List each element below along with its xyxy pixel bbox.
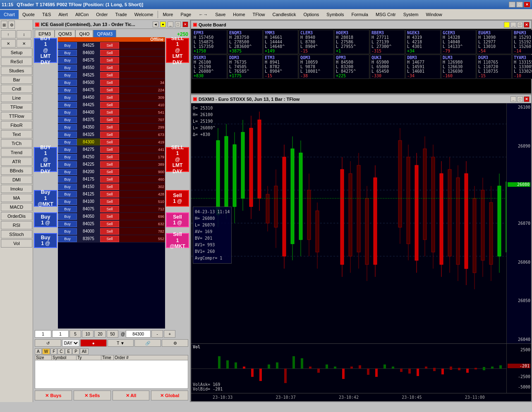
menu-system[interactable]: System: [400, 10, 422, 19]
ladder-buy-btn[interactable]: Buy: [58, 117, 77, 123]
maximize-button[interactable]: □: [516, 2, 523, 7]
record-button[interactable]: ●: [80, 339, 107, 347]
ladder-sell-btn[interactable]: Sell: [100, 236, 119, 242]
ladder-buy-btn[interactable]: Buy: [58, 139, 77, 145]
ladder-sell-btn[interactable]: Sell: [100, 183, 119, 190]
menu-symbols[interactable]: Symbols: [323, 10, 347, 19]
chart-close-button[interactable]: ✕: [524, 96, 530, 102]
icon-x2[interactable]: ✕: [17, 39, 31, 48]
ladder-sell-btn[interactable]: Sell: [100, 94, 119, 101]
btn-trend[interactable]: Trend: [1, 148, 32, 157]
chart-min-button[interactable]: _: [510, 96, 516, 102]
ladder-sell-btn[interactable]: Sell: [100, 191, 119, 198]
order-tab-epm3[interactable]: EPM3: [35, 30, 55, 37]
order-period-select[interactable]: DAY: [62, 339, 79, 347]
ladder-buy-btn[interactable]: Buy: [58, 198, 77, 205]
btn-imoku[interactable]: Imoku: [1, 185, 32, 193]
qb-max-button[interactable]: □: [517, 22, 523, 28]
btn-atr[interactable]: ATR: [1, 157, 32, 166]
sell-lmt-day-2[interactable]: SELL 1 @ LMT DAY: [166, 147, 189, 172]
btn-cndl[interactable]: Cndl: [1, 85, 32, 93]
menu-home[interactable]: Home: [229, 10, 249, 19]
ladder-buy-btn[interactable]: Buy: [58, 221, 77, 227]
btn-orderdis[interactable]: OrderDis: [1, 212, 32, 220]
ladder-buy-btn[interactable]: Buy: [58, 57, 77, 64]
menu-more[interactable]: More: [159, 10, 177, 19]
ladder-buy-btn[interactable]: Buy: [58, 176, 77, 183]
ladder-sell-btn[interactable]: Sell: [100, 79, 119, 86]
cancel-buys-button[interactable]: ✕ Buys: [35, 391, 72, 400]
order-dot-button[interactable]: ●: [160, 21, 166, 27]
quote-cell[interactable]: EU6M3 H 13090 L 12977 L 13010 -54: [477, 30, 512, 54]
order-tab-e[interactable]: E: [65, 348, 72, 355]
ladder-sell-btn[interactable]: Sell: [100, 42, 119, 49]
buy-at-1[interactable]: Buy 1 @: [34, 212, 57, 227]
btn-bbnds[interactable]: BBnds: [1, 167, 32, 175]
btn-vol[interactable]: Vol: [1, 239, 32, 248]
quote-cell[interactable]: DDM3 H 76735 L 74505 L 76585^ +1775: [228, 55, 263, 79]
menu-formula[interactable]: Formula: [348, 10, 372, 19]
ladder-buy-btn[interactable]: Buy: [58, 131, 77, 138]
qty-btn-5[interactable]: 5: [69, 330, 81, 338]
chart-max-button[interactable]: □: [517, 96, 523, 102]
t-select[interactable]: T ▼: [108, 339, 134, 347]
price-input[interactable]: 84300: [126, 330, 151, 338]
ladder-sell-btn[interactable]: Sell: [100, 154, 119, 160]
ladder-sell-btn[interactable]: Sell: [100, 176, 119, 183]
quote-cell[interactable]: QOM3 H 10059 L 9878 L 10001^ -38: [299, 55, 334, 79]
order-pin-button[interactable]: ◄: [153, 21, 158, 27]
icon-screen[interactable]: ⊞: [1, 21, 7, 29]
price-down-button[interactable]: -: [151, 330, 163, 338]
cancel-sells-button[interactable]: ✕ Sells: [74, 391, 111, 400]
menu-window[interactable]: Window: [422, 10, 446, 19]
config-button[interactable]: ⚙: [162, 339, 188, 347]
ladder-sell-btn[interactable]: Sell: [100, 117, 119, 123]
ladder-buy-btn[interactable]: Buy: [58, 72, 77, 79]
qty-btn-10[interactable]: 10: [82, 330, 93, 338]
qty-input-2[interactable]: [52, 330, 69, 338]
menu-trade[interactable]: Trade: [111, 10, 130, 19]
buy-mkt-1[interactable]: Buy 1 @MKT: [34, 190, 57, 207]
quote-cell[interactable]: EPM3 H 157450 L 154875 L 157350 +1750: [192, 30, 227, 54]
ladder-buy-btn[interactable]: Buy: [58, 183, 77, 190]
icon-arrow-up[interactable]: ↑: [1, 30, 16, 38]
btn-studies[interactable]: Studies: [1, 67, 32, 75]
ladder-sell-btn[interactable]: Sell: [100, 50, 119, 56]
price-up-button[interactable]: +: [164, 330, 175, 338]
menu-allcon[interactable]: AllCon: [72, 10, 92, 19]
ladder-buy-btn[interactable]: Buy: [58, 102, 77, 108]
link-button[interactable]: 🔗: [134, 339, 161, 347]
icon-x1[interactable]: ✕: [1, 39, 16, 48]
quote-cell[interactable]: DBM3 H 14677 L 14591 L 14601 -34: [405, 55, 441, 79]
order-tab-c[interactable]: C: [58, 348, 65, 355]
menu-pagearrows[interactable]: ←→: [195, 10, 211, 19]
ladder-buy-btn[interactable]: Buy: [58, 146, 77, 153]
ladder-sell-btn[interactable]: Sell: [100, 213, 119, 220]
qty-btn-20[interactable]: 20: [94, 330, 106, 338]
cancel-all-button[interactable]: ✕ All: [113, 391, 150, 400]
menu-ts[interactable]: T&S: [38, 10, 55, 19]
order-tab-qho[interactable]: QHO: [75, 30, 93, 37]
ladder-buy-btn[interactable]: Buy: [58, 228, 77, 235]
qb-min-button[interactable]: _: [510, 22, 516, 28]
menu-welcome[interactable]: Welcome: [131, 10, 157, 19]
menu-candlestick[interactable]: Candlestick: [269, 10, 300, 19]
ladder-sell-btn[interactable]: Sell: [100, 64, 119, 71]
quote-cell[interactable]: BP6M3 H 15293 L 15192 L 15260 -14: [512, 30, 532, 54]
order-tab-f[interactable]: F: [50, 348, 57, 355]
menu-page[interactable]: Page: [177, 10, 195, 19]
icon-arrows-lr[interactable]: ↕: [17, 30, 31, 38]
menu-order[interactable]: Order: [92, 10, 111, 19]
ladder-sell-btn[interactable]: Sell: [100, 221, 119, 227]
quote-cell[interactable]: ENQM3 H 283750 L 278500 L 283600^ +3875: [228, 30, 263, 54]
ladder-buy-btn[interactable]: Buy: [58, 213, 77, 220]
btn-rsi[interactable]: RSI: [1, 221, 32, 229]
menu-msgcntr[interactable]: MSG Cntr: [372, 10, 400, 19]
order-tab-p[interactable]: P: [72, 348, 79, 355]
ladder-sell-btn[interactable]: Sell: [100, 102, 119, 108]
quote-cell[interactable]: DLM3 H 126980 L 126630 L 126690 -160: [441, 55, 476, 79]
minimize-button[interactable]: _: [509, 2, 515, 7]
ladder-buy-btn[interactable]: Buy: [58, 236, 77, 242]
quote-cell[interactable]: RBEM3 H 27711 L 27139 L 27300^ -315: [370, 30, 405, 54]
ladder-sell-btn[interactable]: Sell: [100, 161, 119, 168]
